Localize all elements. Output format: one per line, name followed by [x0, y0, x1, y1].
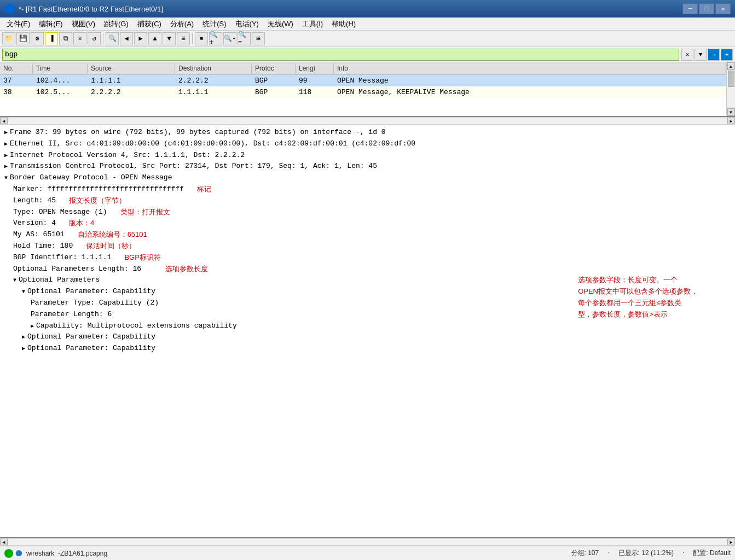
- filter-add-btn[interactable]: +: [721, 49, 733, 61]
- h-scroll-left-btn[interactable]: ◀: [0, 118, 8, 124]
- detail-h-scroll-right-btn[interactable]: ▶: [727, 539, 735, 545]
- toolbar-settings-btn[interactable]: ⚙: [31, 32, 44, 45]
- packet-row[interactable]: 38 102.5... 2.2.2.2 1.1.1.1 BGP 118 OPEN…: [0, 86, 726, 98]
- annotation-marker: 标记: [197, 184, 211, 195]
- minimize-button[interactable]: ─: [682, 3, 698, 14]
- scroll-thumb[interactable]: [728, 71, 734, 87]
- detail-my-as-text: My AS: 65101: [13, 229, 65, 241]
- toolbar-save-btn[interactable]: 💾: [16, 32, 30, 45]
- detail-ethernet-line[interactable]: Ethernet II, Src: c4:01:09:d0:00:00 (c4:…: [4, 138, 731, 150]
- collapse-icon: [4, 172, 8, 184]
- expand-icon: [4, 127, 8, 138]
- toolbar-zoom-out-btn[interactable]: 🔍-: [223, 32, 236, 45]
- col-header-no: No.: [0, 63, 33, 73]
- menu-item-6[interactable]: 统计(S): [198, 18, 230, 30]
- toolbar-start-capture-btn[interactable]: ■: [195, 32, 208, 45]
- packet-list-area: No. Time Source Destination Protoc Lengt…: [0, 62, 735, 117]
- scroll-up-btn[interactable]: ▲: [727, 62, 735, 70]
- filter-bar: ✕ ▼ → +: [0, 47, 735, 62]
- detail-opt-param-len-text: Optional Parameters Length: 16: [13, 264, 141, 275]
- toolbar-delete-btn[interactable]: ✕: [73, 32, 86, 45]
- right-annotation-line4: 型，参数长度，参数值>表示: [578, 309, 698, 320]
- toolbar-refresh-btn[interactable]: ↺: [88, 32, 101, 45]
- detail-bgp-id-text: BGP Identifier: 1.1.1.1: [13, 252, 111, 264]
- toolbar-autoscroll-btn[interactable]: ≡: [177, 32, 190, 45]
- right-annotation-line3: 每个参数都用一个三元组≤参数类: [578, 298, 698, 309]
- packet-cell-destination: 1.1.1.1: [175, 87, 252, 97]
- toolbar-reset-zoom-btn[interactable]: 🔍=: [238, 32, 251, 45]
- maximize-button[interactable]: □: [699, 3, 714, 14]
- packet-cell-destination: 2.2.2.2: [175, 75, 252, 86]
- expand-icon: [4, 161, 8, 172]
- toolbar-forward-btn[interactable]: ▶: [134, 32, 147, 45]
- toolbar-separator-1: [103, 33, 103, 44]
- detail-opt-param-cap3-line[interactable]: Optional Parameter: Capability: [4, 343, 731, 354]
- menu-item-5[interactable]: 分析(A): [166, 18, 198, 30]
- detail-capability-line[interactable]: Capability: Multiprotocol extensions cap…: [4, 320, 731, 332]
- menu-item-1[interactable]: 编辑(E): [34, 18, 67, 30]
- detail-marker-line: Marker: ffffffffffffffffffffffffffffffff…: [4, 184, 731, 195]
- detail-h-scrollbar[interactable]: ◀ ▶: [0, 538, 735, 546]
- detail-frame-line[interactable]: Frame 37: 99 bytes on wire (792 bits), 9…: [4, 127, 731, 138]
- detail-hold-time-text: Hold Time: 180: [13, 241, 73, 252]
- col-header-destination: Destination: [175, 63, 252, 73]
- filter-input[interactable]: [5, 50, 676, 59]
- status-displayed: 已显示: 12 (11.2%): [618, 549, 674, 558]
- right-annotation-line1: 选项参数字段：长度可变。一个: [578, 275, 698, 286]
- detail-my-as-line: My AS: 65101 自治系统编号：65101: [4, 229, 731, 241]
- menu-item-8[interactable]: 无线(W): [263, 18, 298, 30]
- toolbar-zoom-btn[interactable]: 🔍: [106, 32, 119, 45]
- detail-hold-time-line: Hold Time: 180 保活时间（秒）: [4, 241, 731, 252]
- title-bar-left: *- [R1 FastEthernet0/0 to R2 FastEtherne…: [4, 3, 163, 14]
- menu-item-10[interactable]: 帮助(H): [327, 18, 360, 30]
- status-total: 分组: 107: [571, 549, 599, 558]
- h-scroll-right-btn[interactable]: ▶: [727, 118, 735, 124]
- detail-bgp-id-line: BGP Identifier: 1.1.1.1 BGP标识符: [4, 252, 731, 264]
- filter-apply-btn[interactable]: →: [708, 49, 720, 61]
- toolbar-zoom-in-btn[interactable]: 🔍+: [209, 32, 222, 45]
- packet-list-h-scrollbar[interactable]: ◀ ▶: [0, 117, 735, 125]
- toolbar-up-btn[interactable]: ▲: [148, 32, 161, 45]
- menu-item-3[interactable]: 跳转(G): [100, 18, 133, 30]
- packet-cell-length: 118: [296, 87, 334, 97]
- toolbar-copy-btn[interactable]: ⧉: [59, 32, 72, 45]
- detail-h-scroll-left-btn[interactable]: ◀: [0, 539, 8, 545]
- h-scroll-track: [8, 118, 727, 124]
- packet-list-scrollbar[interactable]: ▲ ▼: [726, 62, 735, 116]
- detail-type-line: Type: OPEN Message (1) 类型：打开报文: [4, 207, 731, 218]
- toolbar-back-btn[interactable]: ◀: [120, 32, 133, 45]
- right-annotation-block: 选项参数字段：长度可变。一个 OPEN报文中可以包含多个选项参数， 每个参数都用…: [578, 275, 698, 320]
- ready-icon-symbol: 🔵: [15, 550, 22, 557]
- status-bar: 🔵 wireshark_-ZB1A61.pcapng 分组: 107 · 已显示…: [0, 546, 735, 560]
- filter-clear-btn[interactable]: ✕: [681, 49, 693, 61]
- toolbar-filter-btn[interactable]: ▐: [45, 32, 58, 45]
- scroll-down-btn[interactable]: ▼: [727, 108, 735, 116]
- menu-item-4[interactable]: 捕获(C): [133, 18, 166, 30]
- detail-area: Frame 37: 99 bytes on wire (792 bits), 9…: [0, 125, 735, 538]
- detail-ip-line[interactable]: Internet Protocol Version 4, Src: 1.1.1.…: [4, 150, 731, 161]
- detail-marker-text: Marker: ffffffffffffffffffffffffffffffff: [13, 184, 184, 195]
- detail-h-scroll-track: [8, 539, 727, 545]
- status-separator: ·: [607, 549, 609, 558]
- toolbar-down-btn[interactable]: ▼: [163, 32, 176, 45]
- menu-item-0[interactable]: 文件(E): [2, 18, 34, 30]
- packet-row[interactable]: 37 102.4... 1.1.1.1 2.2.2.2 BGP 99 OPEN …: [0, 75, 726, 86]
- toolbar-separator-2: [192, 33, 193, 44]
- menu-bar: 文件(E)编辑(E)视图(V)跳转(G)捕获(C)分析(A)统计(S)电话(Y)…: [0, 18, 735, 31]
- scroll-track: [727, 70, 735, 108]
- detail-opt-param-cap2-line[interactable]: Optional Parameter: Capability: [4, 331, 731, 343]
- toolbar-layout-btn[interactable]: ⊞: [252, 32, 265, 45]
- detail-bgp-line[interactable]: Border Gateway Protocol - OPEN Message: [4, 172, 731, 184]
- toolbar-open-btn[interactable]: 📁: [2, 32, 15, 45]
- col-header-time: Time: [33, 63, 88, 73]
- status-filename: wireshark_-ZB1A61.pcapng: [26, 550, 107, 557]
- menu-item-7[interactable]: 电话(Y): [231, 18, 263, 30]
- menu-item-2[interactable]: 视图(V): [67, 18, 100, 30]
- detail-param-len-text: Parameter Length: 6: [31, 309, 112, 320]
- menu-item-9[interactable]: 工具(I): [298, 18, 327, 30]
- annotation-version: 版本：4: [69, 218, 94, 229]
- detail-tcp-line[interactable]: Transmission Control Protocol, Src Port:…: [4, 161, 731, 172]
- detail-content: Frame 37: 99 bytes on wire (792 bits), 9…: [0, 125, 735, 537]
- close-button[interactable]: ✕: [715, 3, 731, 14]
- filter-bookmark-btn[interactable]: ▼: [695, 49, 707, 61]
